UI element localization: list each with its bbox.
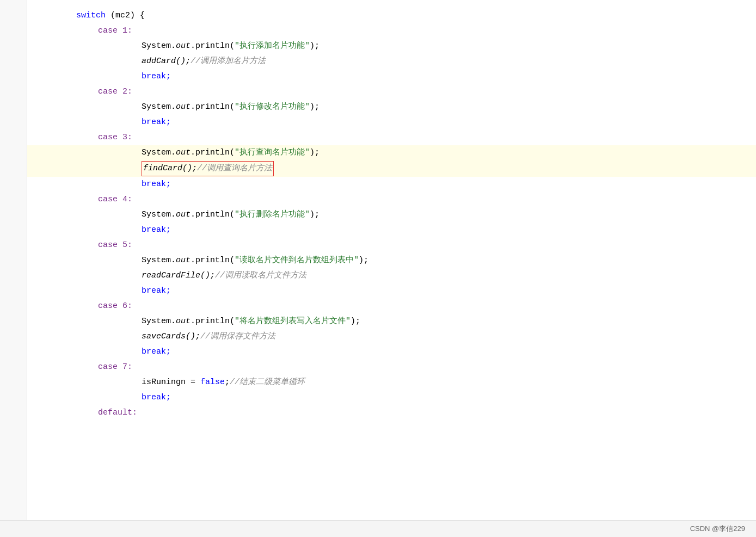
break-2: break; (142, 115, 171, 129)
println-text-3: .println( (190, 146, 235, 160)
findcard-call: findCard(); (143, 164, 197, 173)
out-text-6: out (176, 314, 190, 329)
system-text-4: System. (142, 208, 176, 222)
string-write: "将名片数组列表写入名片文件" (235, 314, 351, 329)
out-text: out (176, 39, 190, 53)
code-line-3-content: System.out.println("执行添加名片功能"); (27, 39, 319, 53)
readcardfile-call: readCardFile(); (142, 269, 215, 283)
plain-text: (mc2) { (106, 9, 145, 23)
code-line-8-content: break; (27, 115, 171, 129)
code-line-24-content: case 7: (27, 360, 132, 374)
break-1: break; (142, 70, 171, 84)
savecards-call: saveCards(); (142, 330, 200, 344)
code-line-22: saveCards();//调用保存文件方法 (27, 329, 756, 344)
code-line-24: case 7: (27, 360, 756, 375)
addcard-call: addCard(); (142, 54, 190, 69)
println-text-4: .println( (190, 208, 235, 222)
paren-close-5: ); (359, 254, 368, 268)
out-text-2: out (176, 100, 190, 114)
code-line-5-content: break; (27, 70, 171, 84)
break-7: break; (142, 391, 171, 405)
println-text: .println( (190, 39, 235, 53)
out-text-4: out (176, 208, 190, 222)
code-line-12-content: break; (27, 177, 171, 192)
isruningn-comment: //结束二级菜单循环 (230, 375, 305, 390)
paren-close-2: ); (310, 100, 319, 114)
keyword-case5: case 5: (98, 238, 132, 252)
code-line-16-content: case 5: (27, 238, 132, 252)
code-line-14: System.out.println("执行删除名片功能"); (27, 207, 756, 223)
code-line-15-content: break; (27, 223, 171, 237)
string-modify: "执行修改名片功能" (235, 100, 310, 114)
code-line-3: System.out.println("执行添加名片功能"); (27, 39, 756, 54)
code-block: switch (mc2) { case 1: System.out.printl… (27, 0, 756, 520)
main-content: switch (mc2) { case 1: System.out.printl… (0, 0, 756, 520)
code-line-14-content: System.out.println("执行删除名片功能"); (27, 208, 319, 222)
system-text-5: System. (142, 254, 176, 268)
false-kw: false (200, 375, 225, 390)
semicolon: ; (225, 375, 230, 390)
system-text-2: System. (142, 100, 176, 114)
savecards-comment: //调用保存文件方法 (200, 330, 275, 344)
break-4: break; (142, 223, 171, 237)
keyword-switch: switch (76, 9, 106, 23)
paren-close: ); (310, 39, 319, 53)
findcard-comment: //调用查询名片方法 (197, 164, 272, 173)
code-line-7-content: System.out.println("执行修改名片功能"); (27, 100, 319, 114)
code-line-25: isRuningn = false;//结束二级菜单循环 (27, 375, 756, 390)
code-line-10-content: System.out.println("执行查询名片功能"); (27, 146, 319, 160)
system-text: System. (142, 39, 176, 53)
addcard-comment: //调用添加名片方法 (190, 54, 266, 69)
code-line-18-content: readCardFile();//调用读取名片文件方法 (27, 269, 306, 283)
footer-text: CSDN @李信229 (690, 524, 745, 533)
code-line-17-content: System.out.println("读取名片文件到名片数组列表中"); (27, 254, 368, 268)
code-line-20-content: case 6: (27, 299, 132, 313)
code-line-7: System.out.println("执行修改名片功能"); (27, 100, 756, 115)
code-line-23-content: break; (27, 345, 171, 359)
code-line-27-content: default: (27, 406, 137, 420)
code-line-10: System.out.println("执行查询名片功能"); (27, 145, 756, 161)
code-line-1-content: switch (mc2) { (27, 9, 145, 23)
code-line-1: switch (mc2) { (27, 8, 756, 23)
paren-close-3: ); (310, 146, 319, 160)
code-line-26: break; (27, 390, 756, 405)
string-delete: "执行删除名片功能" (235, 208, 310, 222)
code-line-12: break; (27, 177, 756, 192)
keyword-case2: case 2: (98, 85, 132, 99)
code-line-13-content: case 4: (27, 193, 132, 207)
keyword-case7: case 7: (98, 360, 132, 374)
code-line-26-content: break; (27, 391, 171, 405)
paren-close-6: ); (351, 314, 360, 329)
code-line-27: default: (27, 405, 756, 421)
code-line-4-content: addCard();//调用添加名片方法 (27, 54, 266, 69)
code-line-2: case 1: (27, 23, 756, 39)
code-line-11: findCard();//调用查询名片方法 (27, 161, 756, 177)
paren-close-4: ); (310, 208, 319, 222)
println-text-2: .println( (190, 100, 235, 114)
println-text-5: .println( (190, 254, 235, 268)
code-line-9-content: case 3: (27, 131, 132, 145)
code-line-15: break; (27, 223, 756, 238)
code-line-11-content: findCard();//调用查询名片方法 (27, 161, 274, 176)
out-text-3: out (176, 146, 190, 160)
code-line-16: case 5: (27, 238, 756, 253)
break-5: break; (142, 284, 171, 298)
readcardfile-comment: //调用读取名片文件方法 (215, 269, 306, 283)
keyword-default: default: (98, 406, 137, 420)
keyword-case4: case 4: (98, 193, 132, 207)
keyword-case1: case 1: (98, 24, 132, 38)
footer-bar: CSDN @李信229 (0, 520, 756, 537)
println-text-6: .println( (190, 314, 235, 329)
code-line-8: break; (27, 115, 756, 130)
code-line-18: readCardFile();//调用读取名片文件方法 (27, 268, 756, 283)
line-gutter (0, 0, 27, 520)
isruningn-assign: isRuningn = (142, 375, 200, 390)
code-line-13: case 4: (27, 192, 756, 207)
break-6: break; (142, 345, 171, 359)
code-line-20: case 6: (27, 299, 756, 314)
string-read: "读取名片文件到名片数组列表中" (235, 254, 359, 268)
code-line-6-content: case 2: (27, 85, 132, 99)
code-line-22-content: saveCards();//调用保存文件方法 (27, 330, 275, 344)
code-line-21: System.out.println("将名片数组列表写入名片文件"); (27, 314, 756, 329)
keyword-case6: case 6: (98, 299, 132, 313)
